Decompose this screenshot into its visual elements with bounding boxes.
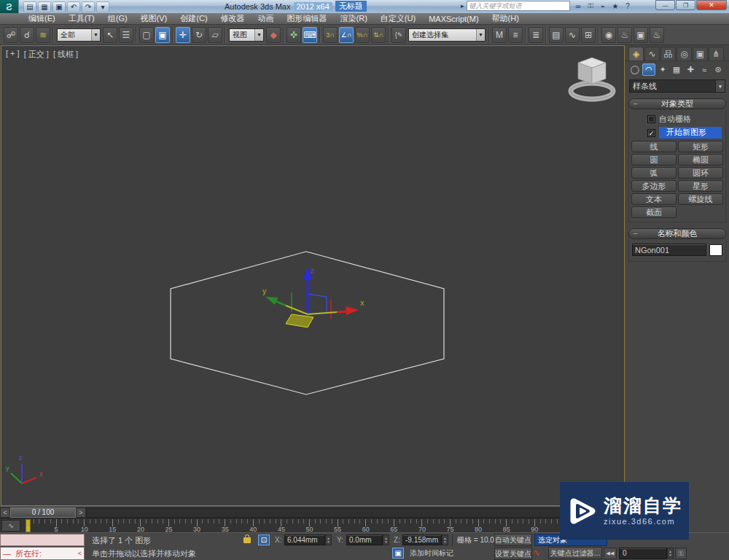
time-slider-handle[interactable]: 0 / 100: [10, 508, 76, 518]
angle-snap-toggle-icon[interactable]: ∠∩: [339, 27, 354, 43]
selection-filter-dropdown[interactable]: 全部▼: [57, 28, 101, 42]
select-and-scale-icon[interactable]: ▱: [208, 27, 222, 43]
rectangular-selection-region-icon[interactable]: ▢: [139, 27, 154, 43]
x-coordinate-field[interactable]: 6.044mm: [284, 534, 325, 545]
systems-category-icon[interactable]: ⊛: [712, 63, 725, 76]
previous-frame-arrow[interactable]: <: [0, 508, 10, 518]
select-and-manipulate-icon[interactable]: ✜: [286, 27, 301, 43]
help-icon[interactable]: ?: [622, 1, 634, 11]
menu-item-10[interactable]: MAXScript(M): [422, 13, 485, 25]
subcategory-dropdown[interactable]: 样条线 ▼: [629, 79, 725, 93]
menu-item-9[interactable]: 自定义(U): [374, 13, 422, 25]
absolute-mode-toggle-icon[interactable]: ⊡: [258, 534, 270, 545]
new-file-icon[interactable]: ▤: [23, 1, 36, 12]
current-frame-field[interactable]: 0: [619, 548, 667, 559]
frame-spinner[interactable]: ▲▼: [667, 548, 674, 559]
key-filters-button[interactable]: 关键点过滤器...: [548, 547, 602, 559]
subscription-center-icon[interactable]: ⚿: [585, 1, 597, 11]
percent-snap-toggle-icon[interactable]: %∩: [355, 27, 370, 43]
mirror-icon[interactable]: M: [492, 27, 507, 43]
open-file-icon[interactable]: ▦: [38, 1, 51, 12]
menu-item-4[interactable]: 创建(C): [174, 13, 214, 25]
menu-item-8[interactable]: 渲染(R): [334, 13, 374, 25]
use-pivot-point-center-icon[interactable]: ◆: [266, 27, 281, 43]
unlink-selection-icon[interactable]: ☌: [20, 27, 34, 43]
edit-named-selection-sets-icon[interactable]: {✎: [391, 27, 406, 43]
graphite-modeling-tools-icon[interactable]: ▤: [549, 27, 564, 43]
shape-button-4[interactable]: 弧: [631, 167, 677, 179]
next-frame-arrow[interactable]: >: [76, 508, 86, 518]
motion-tab[interactable]: ◎: [677, 47, 692, 61]
listener-scroll-icon[interactable]: <: [78, 550, 82, 557]
material-editor-icon[interactable]: ◉: [601, 27, 616, 43]
shape-button-2[interactable]: 圆: [631, 154, 677, 166]
time-slider-track[interactable]: [86, 508, 625, 518]
close-button[interactable]: ✕: [696, 0, 727, 10]
shape-button-6[interactable]: 多边形: [631, 180, 677, 192]
render-setup-icon[interactable]: ♨: [617, 27, 632, 43]
open-mini-curve-editor-icon[interactable]: ∿: [1, 520, 20, 532]
track-bar[interactable]: ∿ 051015202530354045505560657075808590: [0, 518, 625, 532]
space-warps-category-icon[interactable]: ≈: [698, 63, 711, 76]
menu-item-1[interactable]: 工具(T): [62, 13, 101, 25]
shape-button-10[interactable]: 截面: [631, 206, 677, 218]
isolate-selection-toggle-icon[interactable]: ▣: [392, 548, 404, 559]
viewport-view-label[interactable]: [ 正交 ]: [24, 49, 49, 60]
maxscript-mini-listener-pink[interactable]: [0, 534, 85, 546]
add-time-tag[interactable]: 添加时间标记: [407, 547, 481, 560]
infocenter-expand-icon[interactable]: ▸: [461, 2, 464, 9]
search-communities-icon[interactable]: ∞: [572, 1, 585, 11]
align-icon[interactable]: ≡: [508, 27, 523, 43]
menu-item-0[interactable]: 编辑(E): [22, 13, 62, 25]
app-menu-button[interactable]: S: [0, 0, 19, 13]
snaps-toggle-icon[interactable]: 3∩: [323, 27, 338, 43]
x-spinner[interactable]: ▲▼: [325, 534, 332, 545]
rendered-frame-window-icon[interactable]: ▣: [634, 27, 648, 43]
shape-button-5[interactable]: 圆环: [678, 167, 723, 179]
curve-editor-icon[interactable]: ∿: [565, 27, 580, 43]
selection-lock-icon[interactable]: [243, 537, 251, 543]
cameras-category-icon[interactable]: ▦: [670, 63, 683, 76]
shape-button-7[interactable]: 星形: [678, 180, 723, 192]
z-coordinate-field[interactable]: -9.158mm: [402, 534, 442, 545]
minimize-button[interactable]: —: [655, 0, 675, 10]
select-and-link-icon[interactable]: ☍: [4, 27, 18, 43]
maxscript-mini-listener-white[interactable]: — 所在行: <: [0, 547, 85, 560]
go-to-start-icon[interactable]: ◀◀: [604, 548, 617, 559]
z-spinner[interactable]: ▲▼: [442, 534, 448, 545]
render-production-icon[interactable]: ♨: [650, 27, 664, 43]
shape-button-8[interactable]: 文本: [631, 193, 677, 205]
autogrid-checkbox[interactable]: [647, 115, 655, 123]
viewport-orthographic[interactable]: z y x z y x: [1, 45, 625, 506]
schematic-view-icon[interactable]: ⊞: [581, 27, 596, 43]
layer-manager-icon[interactable]: ≣: [529, 27, 543, 43]
set-key-button[interactable]: 设置关键点: [494, 548, 532, 560]
y-spinner[interactable]: ▲▼: [383, 534, 389, 545]
keyboard-shortcut-override-icon[interactable]: ⌨: [303, 27, 317, 43]
save-icon[interactable]: ▣: [52, 1, 66, 12]
object-name-input[interactable]: NGon001: [632, 244, 706, 256]
redo-icon[interactable]: ↷: [82, 1, 95, 12]
name-color-rollout-header[interactable]: − 名称和颜色: [628, 228, 726, 239]
object-color-swatch[interactable]: [709, 244, 722, 256]
select-by-name-icon[interactable]: ☰: [119, 27, 133, 43]
geometry-category-icon[interactable]: ◯: [628, 63, 642, 76]
bind-to-space-warp-icon[interactable]: ≋: [36, 27, 50, 43]
menu-item-2[interactable]: 组(G): [101, 13, 134, 25]
window-crossing-icon[interactable]: ▣: [155, 27, 170, 43]
create-tab[interactable]: ◈: [628, 47, 644, 61]
start-new-shape-checkbox[interactable]: ✓: [647, 129, 655, 137]
modify-tab[interactable]: ∿: [644, 47, 660, 61]
shape-button-9[interactable]: 螺旋线: [678, 193, 723, 205]
shapes-category-icon[interactable]: ◠: [642, 63, 655, 76]
named-selection-sets-dropdown[interactable]: 创建选择集▼: [408, 28, 486, 42]
helpers-category-icon[interactable]: ✚: [684, 63, 697, 76]
menu-item-7[interactable]: 图形编辑器: [281, 13, 334, 25]
maximize-button[interactable]: ❐: [676, 0, 695, 10]
select-and-move-icon[interactable]: ✛: [176, 27, 190, 43]
utilities-tab[interactable]: ⋔: [709, 47, 724, 61]
menu-item-6[interactable]: 动画: [252, 13, 281, 25]
undo-icon[interactable]: ↶: [67, 1, 80, 12]
shape-button-1[interactable]: 矩形: [678, 141, 723, 152]
toolbar-options-icon[interactable]: ▾: [96, 1, 109, 12]
